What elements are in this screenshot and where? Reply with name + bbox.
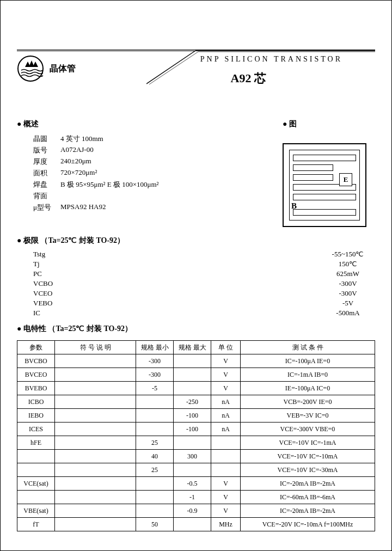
th: 规格 最大 — [174, 341, 211, 354]
spec-line: 焊盘B 极 95×95μm² E 极 100×100μm² — [33, 180, 283, 189]
td-cond: IC=-100μA IE=0 — [241, 354, 375, 368]
td-max — [174, 463, 211, 477]
td-max: -100 — [174, 423, 211, 436]
td-desc — [55, 491, 136, 504]
section-title-general: ● 概述 — [17, 119, 39, 129]
td-unit — [211, 463, 241, 477]
td-min: -300 — [136, 368, 174, 382]
td-cond: IC=-1mA IB=0 — [241, 368, 375, 382]
svg-point-0 — [18, 56, 43, 81]
td-min: -5 — [136, 382, 174, 395]
td-param: VCE(sat) — [17, 477, 55, 491]
td-param: BVCBO — [17, 354, 55, 368]
general-section: ● 概述 晶圆4 英寸 100mm 版号A072AJ-00 厚度240±20μm… — [17, 115, 283, 214]
td-cond: VEB=-3V IC=0 — [241, 409, 375, 423]
table-row: BVCEO-300VIC=-1mA IB=0 — [17, 368, 375, 382]
td-param: BVEBO — [17, 382, 55, 395]
header: 晶体管 PNP SILICON TRANSISTOR A92 芯 — [17, 50, 375, 115]
table-row: VCE(sat)-0.5VIC=-20mA IB=-2mA — [17, 477, 375, 491]
rating-row: VEBO-5V — [33, 299, 375, 308]
part-suffix: 芯 — [254, 71, 266, 85]
td-cond: VCB=-200V IE=0 — [241, 395, 375, 409]
rating-row: Tstg-55~150℃ — [33, 250, 375, 259]
td-desc — [55, 477, 136, 491]
td-param: ICBO — [17, 395, 55, 409]
spec-line: μ型号MPSA92 HA92 — [33, 203, 283, 212]
td-max: -0.5 — [174, 477, 211, 491]
td-cond: VCE=-10V IC=-1mA — [241, 436, 375, 450]
td-cond: VCE=-10V IC=-10mA — [241, 450, 375, 463]
td-min: -300 — [136, 354, 174, 368]
td-param: VBE(sat) — [17, 504, 55, 518]
td-desc — [55, 436, 136, 450]
spec-line: 厚度240±20μm — [33, 157, 283, 167]
th: 规格 最小 — [136, 341, 174, 354]
top-two-col: ● 概述 晶圆4 英寸 100mm 版号A072AJ-00 厚度240±20μm… — [17, 115, 375, 227]
th: 测 试 条 件 — [241, 341, 375, 354]
table-row: ICES-100nAVCE=-300V VBE=0 — [17, 423, 375, 436]
td-unit — [211, 436, 241, 450]
td-param: hFE — [17, 436, 55, 450]
td-unit: nA — [211, 395, 241, 409]
td-min — [136, 504, 174, 518]
td-desc — [55, 395, 136, 409]
td-unit — [211, 450, 241, 463]
page: 晶体管 PNP SILICON TRANSISTOR A92 芯 ● 概述 晶圆… — [0, 0, 392, 551]
rating-row: VCBO-300V — [33, 279, 375, 288]
td-desc — [55, 409, 136, 423]
part-main: A92 — [231, 71, 252, 85]
td-desc — [55, 368, 136, 382]
table-row: 25VCE=-10V IC=-30mA — [17, 463, 375, 477]
td-desc — [55, 382, 136, 395]
td-unit: V — [211, 382, 241, 395]
logo-icon — [17, 55, 44, 82]
header-logo-text: 晶体管 — [50, 63, 76, 75]
td-max: 300 — [174, 450, 211, 463]
die-layout-icon: E B — [283, 143, 366, 227]
td-desc — [55, 354, 136, 368]
td-unit: V — [211, 477, 241, 491]
th: 参数 — [17, 341, 55, 354]
td-max — [174, 354, 211, 368]
header-subtitle: PNP SILICON TRANSISTOR — [200, 55, 342, 64]
table-row: BVEBO-5VIE=-100μA IC=0 — [17, 382, 375, 395]
td-unit: nA — [211, 409, 241, 423]
td-unit: nA — [211, 423, 241, 436]
td-unit: V — [211, 504, 241, 518]
table-body: BVCBO-300VIC=-100μA IE=0BVCEO-300VIC=-1m… — [17, 354, 375, 531]
table-row: BVCBO-300VIC=-100μA IE=0 — [17, 354, 375, 368]
td-param — [17, 463, 55, 477]
td-desc — [55, 504, 136, 518]
td-unit: V — [211, 491, 241, 504]
table-row: IEBO-100nAVEB=-3V IC=0 — [17, 409, 375, 423]
th: 符 号 说 明 — [55, 341, 136, 354]
spec-line: 背面 — [33, 191, 283, 201]
rating-row: Tj150℃ — [33, 260, 375, 268]
td-param: fT — [17, 518, 55, 531]
td-max: -100 — [174, 409, 211, 423]
td-unit: MHz — [211, 518, 241, 531]
header-part-number: A92 芯 — [231, 70, 266, 87]
td-max — [174, 518, 211, 531]
rating-row: IC-500mA — [33, 309, 375, 317]
td-cond: VCE=-300V VBE=0 — [241, 423, 375, 436]
td-max — [174, 368, 211, 382]
elec-table: 参数 符 号 说 明 规格 最小 规格 最大 单 位 测 试 条 件 BVCBO… — [17, 340, 375, 531]
svg-marker-3 — [33, 62, 38, 67]
elec-section: ● 电特性 （Ta=25℃ 封装 TO-92） 参数 符 号 说 明 规格 最小… — [17, 320, 375, 531]
spec-line: 晶圆4 英寸 100mm — [33, 134, 283, 144]
td-cond: IE=-100μA IC=0 — [241, 382, 375, 395]
td-max: -1 — [174, 491, 211, 504]
td-cond: VCE=-10V IC=-30mA — [241, 463, 375, 477]
td-desc — [55, 463, 136, 477]
diagram-section: ● 图 E B — [283, 115, 375, 227]
ratings-section: ● 极限 （Ta=25℃ 封装 TO-92） Tstg-55~150℃ Tj15… — [17, 231, 375, 317]
td-desc — [55, 450, 136, 463]
td-cond: IC=-20mA IB=-2mA — [241, 477, 375, 491]
table-row: 40300VCE=-10V IC=-10mA — [17, 450, 375, 463]
td-param: ICES — [17, 423, 55, 436]
td-max: -0.9 — [174, 504, 211, 518]
spec-line: 版号A072AJ-00 — [33, 145, 283, 155]
td-max: -250 — [174, 395, 211, 409]
td-unit: V — [211, 354, 241, 368]
